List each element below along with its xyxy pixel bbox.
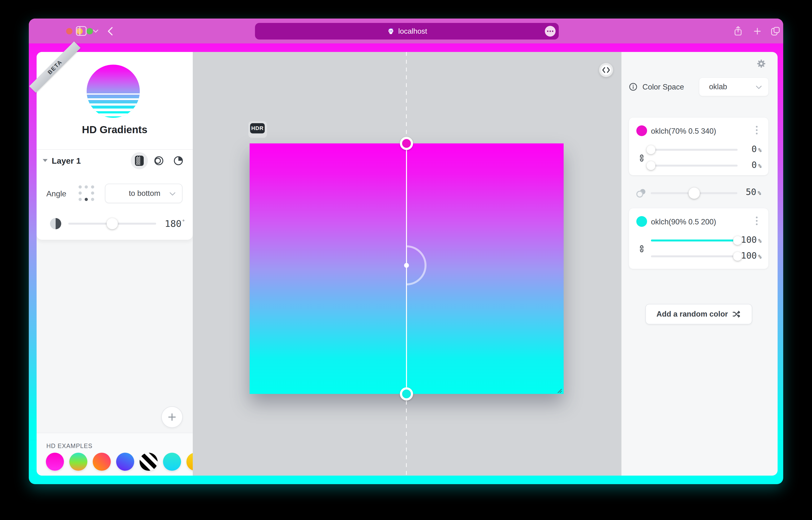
extension-ellipsis-icon[interactable] [545,26,556,36]
traffic-light-close[interactable] [66,28,73,34]
chevron-down-icon [169,189,176,198]
conic-gradient-icon [173,155,184,166]
color-stop-card: oklch(70% 0.5 340) 0% 0% [629,117,768,175]
link-icon[interactable] [637,244,646,255]
example-chip-magenta[interactable] [46,453,64,471]
layer-row[interactable]: Layer 1 [36,150,193,173]
hdr-badge: HDR [250,123,265,133]
url-text: localhost [398,27,427,35]
angle-slider[interactable] [68,223,156,225]
radial-gradient-icon [153,155,164,166]
gradient-center-handle[interactable] [404,263,409,268]
color-stop-card: oklch(90% 0.5 200) 100% [629,208,768,269]
add-layer-button[interactable] [161,406,183,428]
example-chip-blue-purple[interactable] [116,453,134,471]
hd-examples-section: HD EXAMPLES [36,433,193,476]
color-stop-label: oklch(70% 0.5 340) [651,127,716,136]
add-random-color-button[interactable]: Add a random color [645,304,752,324]
url-bar[interactable]: localhost [255,23,559,40]
back-icon[interactable] [106,26,114,37]
midpoint-slider-thumb[interactable] [688,187,700,199]
param-value: 100% [725,235,761,244]
color-panel: Color Space oklab oklch(70% 0.5 340) [621,52,778,476]
info-icon[interactable] [629,82,638,92]
direction-dot-grid[interactable] [79,185,95,202]
direction-value: to bottom [129,189,160,198]
param-slider[interactable] [651,239,738,241]
example-chip-green[interactable] [69,453,87,471]
param-value: 100% [725,251,761,260]
chevron-down-icon [756,82,762,91]
browser-titlebar: localhost [29,19,783,44]
browser-window: localhost BETA [29,19,783,484]
disclosure-triangle-icon[interactable] [43,159,48,162]
color-stop-label: oklch(90% 0.5 200) [651,217,716,226]
gradient-axis-dashed-top [406,52,407,144]
sidebar-toggle-icon[interactable] [76,26,87,37]
gradient-type-linear-button[interactable] [131,152,148,169]
favicon-skull-icon [386,26,395,36]
midpoint-slider[interactable] [651,192,737,194]
layer-name: Layer 1 [52,156,81,165]
canvas: HDR [193,52,621,476]
gradient-type-conic-button[interactable] [170,152,187,169]
midpoint-icon [635,188,647,200]
linear-gradient-icon [135,156,144,166]
param-slider[interactable] [651,149,738,151]
param-slider[interactable] [651,255,738,257]
example-chip-cyan[interactable] [163,453,181,471]
gradient-stop-handle-end[interactable] [400,387,413,400]
direction-select[interactable]: to bottom [105,184,182,203]
resize-handle-icon[interactable] [557,388,563,395]
share-icon[interactable] [733,26,743,37]
tab-overview-icon[interactable] [770,26,780,37]
plus-icon [167,412,177,422]
color-swatch[interactable] [636,216,647,227]
midpoint-value: 50% [727,187,761,197]
param-value: 0% [725,144,761,154]
kebab-menu-icon[interactable] [756,126,758,134]
param-slider[interactable] [651,165,738,166]
example-chip-pink-orange[interactable] [93,453,111,471]
gradient-axis-dashed-bottom [406,401,407,476]
code-icon [602,66,610,74]
color-space-value: oklab [709,82,727,91]
gradient-type-radial-button[interactable] [150,152,168,169]
color-swatch[interactable] [636,125,647,136]
angle-slider-thumb[interactable] [107,218,118,229]
new-tab-icon[interactable] [753,27,762,36]
app-title: HD Gradients [36,124,193,136]
sidebar: HD Gradients Layer 1 [36,52,193,476]
color-space-select[interactable]: oklab [699,78,768,96]
app-logo-sun-icon [86,64,140,118]
gradient-stop-handle-start[interactable] [400,137,413,150]
angle-label: Angle [46,189,66,198]
traffic-light-zoom[interactable] [86,28,93,34]
param-value: 0% [725,160,761,170]
chevron-down-icon[interactable] [93,29,99,34]
slider-thumb[interactable] [646,161,655,170]
angle-half-circle-icon [50,218,61,229]
example-chip-bw-stripes[interactable] [139,453,158,471]
app-content: HD Gradients Layer 1 [36,52,778,476]
angle-value: 180° [157,218,185,229]
shuffle-icon [732,310,741,318]
angle-controls: Angle to bottom 180° [36,173,193,240]
color-space-label: Color Space [642,83,684,92]
hd-examples-label: HD EXAMPLES [46,442,93,449]
show-code-button[interactable] [599,63,613,77]
kebab-menu-icon[interactable] [756,216,758,225]
gear-icon[interactable] [756,59,766,70]
slider-thumb[interactable] [646,146,655,154]
link-icon[interactable] [637,153,646,164]
